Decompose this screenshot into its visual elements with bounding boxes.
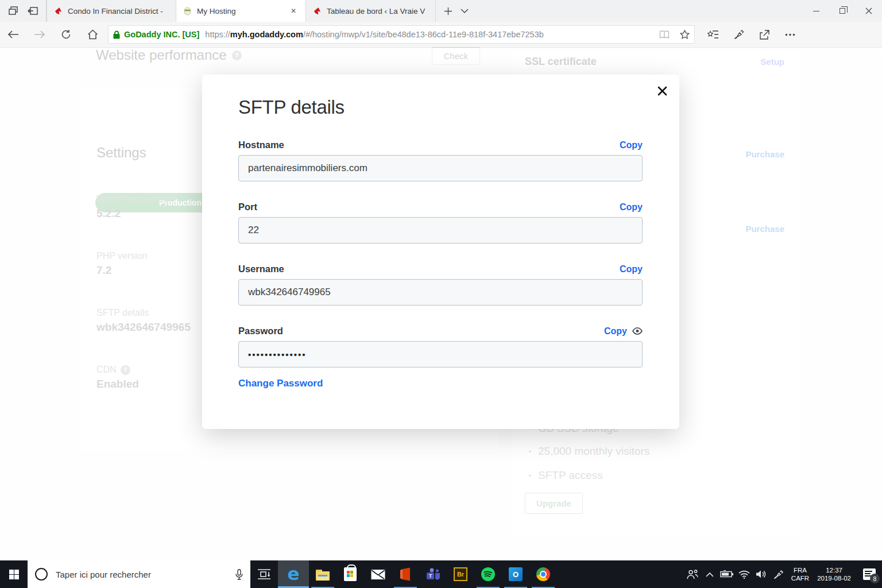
- set-tabs-aside-button[interactable]: [23, 2, 42, 20]
- back-button[interactable]: [0, 22, 26, 48]
- restore-button[interactable]: [829, 0, 856, 22]
- edge-icon: e: [287, 563, 299, 584]
- page-area: Website performance ? Check Settings Pro…: [0, 48, 882, 560]
- pen-icon: [773, 569, 784, 579]
- teams-icon: T: [426, 567, 440, 581]
- port-field-group: Port Copy: [238, 202, 643, 243]
- taskbar-search[interactable]: [28, 560, 250, 588]
- chevron-up-icon: [706, 572, 714, 577]
- ink-pen-icon[interactable]: [734, 29, 744, 40]
- browser-actions: [707, 29, 795, 40]
- tab-condo-financial-district[interactable]: Condo In Financial District -: [47, 0, 176, 22]
- security-text: GoDaddy INC. [US]: [124, 30, 199, 39]
- windows-logo-icon: [9, 570, 19, 579]
- port-label: Port: [238, 202, 257, 212]
- copy-password-button[interactable]: Copy: [604, 326, 627, 336]
- tab-tableau-de-bord[interactable]: Tableau de bord ‹ La Vraie V: [306, 0, 436, 22]
- tab-preview-button[interactable]: [3, 2, 23, 20]
- language-indicator[interactable]: FRA CAFR: [787, 566, 813, 582]
- set-tabs-aside-icon: [28, 6, 38, 16]
- tab-title: Tableau de bord ‹ La Vraie V: [327, 7, 428, 16]
- people-button[interactable]: [684, 560, 701, 588]
- show-hidden-icons-button[interactable]: [701, 560, 718, 588]
- address-bar[interactable]: GoDaddy INC. [US] https://myh.godaddy.co…: [108, 25, 695, 44]
- modal-title: SFTP details: [238, 96, 345, 118]
- home-button[interactable]: [79, 22, 106, 48]
- outlook-icon: O: [509, 567, 523, 581]
- username-field-group: Username Copy: [238, 264, 643, 305]
- start-button[interactable]: [0, 560, 28, 588]
- tab-preview-icon: [9, 6, 18, 16]
- wifi-icon: [738, 570, 750, 579]
- hostname-field-group: Hostname Copy: [238, 140, 643, 181]
- speaker-icon: [756, 570, 767, 579]
- volume-button[interactable]: [753, 560, 770, 588]
- minimize-button[interactable]: [803, 0, 829, 22]
- refresh-icon: [61, 29, 71, 40]
- reading-view-icon[interactable]: [659, 30, 670, 39]
- favorite-star-icon[interactable]: [680, 30, 690, 39]
- windows-taskbar: e T Br O: [0, 560, 882, 588]
- microphone-icon[interactable]: [235, 569, 243, 580]
- taskbar-file-explorer-button[interactable]: [309, 560, 336, 588]
- new-tab-icon[interactable]: [444, 7, 452, 16]
- taskbar-edge-button[interactable]: e: [278, 560, 309, 588]
- modal-close-button[interactable]: [655, 83, 670, 98]
- sftp-details-modal: SFTP details Hostname Copy Port Copy Use…: [202, 75, 679, 429]
- network-button[interactable]: [736, 560, 753, 588]
- realtor-favicon-icon: [54, 7, 63, 16]
- people-icon: [687, 570, 698, 579]
- username-input[interactable]: [238, 279, 643, 305]
- task-view-button[interactable]: [250, 560, 278, 588]
- battery-button[interactable]: [718, 560, 736, 588]
- share-icon[interactable]: [759, 29, 770, 40]
- port-input[interactable]: [238, 217, 643, 243]
- taskbar-teams-button[interactable]: T: [419, 560, 447, 588]
- copy-hostname-button[interactable]: Copy: [620, 140, 643, 150]
- password-input[interactable]: [238, 341, 643, 368]
- show-password-eye-icon[interactable]: [632, 327, 643, 335]
- tab-title: Condo In Financial District -: [68, 7, 169, 16]
- tab-close-icon[interactable]: ✕: [288, 6, 299, 16]
- copy-port-button[interactable]: Copy: [620, 202, 643, 212]
- password-field-group: Password Copy: [238, 326, 643, 368]
- site-security[interactable]: GoDaddy INC. [US]: [113, 30, 199, 39]
- spotify-icon: [481, 567, 495, 581]
- more-menu-icon[interactable]: [785, 33, 795, 36]
- hostname-input[interactable]: [238, 155, 643, 181]
- mail-icon: [371, 568, 385, 580]
- windows-ink-button[interactable]: [770, 560, 787, 588]
- forward-button[interactable]: [26, 22, 53, 48]
- taskbar-mail-button[interactable]: [364, 560, 392, 588]
- time-text: 12:37: [817, 566, 851, 574]
- close-icon: [865, 7, 872, 14]
- taskbar-outlook-button[interactable]: O: [502, 560, 529, 588]
- office-icon: [399, 567, 412, 581]
- close-icon: [657, 86, 667, 96]
- change-password-link[interactable]: Change Password: [238, 378, 323, 389]
- home-icon: [87, 29, 98, 40]
- taskbar-chrome-button[interactable]: [529, 560, 557, 588]
- cortana-icon: [35, 568, 48, 581]
- new-tab-zone: [436, 0, 477, 22]
- action-center-button[interactable]: 8: [857, 560, 882, 588]
- lock-icon: [113, 30, 120, 39]
- taskbar-office-button[interactable]: [392, 560, 419, 588]
- taskbar-store-button[interactable]: [336, 560, 364, 588]
- url-text: https://myh.godaddy.com/#/hosting/mwp/v1…: [205, 30, 655, 39]
- clock[interactable]: 12:37 2019-08-02: [813, 566, 857, 582]
- tab-title: My Hosting: [197, 7, 283, 16]
- copy-username-button[interactable]: Copy: [620, 264, 643, 274]
- tab-list-chevron-icon[interactable]: [461, 9, 469, 14]
- chrome-icon: [536, 567, 550, 581]
- hub-icon[interactable]: [707, 30, 719, 40]
- taskbar-spotify-button[interactable]: [474, 560, 502, 588]
- tab-my-hosting[interactable]: My Hosting ✕: [176, 0, 306, 22]
- password-label: Password: [238, 326, 283, 336]
- close-window-button[interactable]: [856, 0, 882, 22]
- refresh-button[interactable]: [53, 22, 79, 48]
- microsoft-store-icon: [344, 567, 357, 581]
- taskbar-bridge-button[interactable]: Br: [447, 560, 474, 588]
- search-input[interactable]: [55, 569, 229, 580]
- browser-nav-bar: GoDaddy INC. [US] https://myh.godaddy.co…: [0, 22, 882, 48]
